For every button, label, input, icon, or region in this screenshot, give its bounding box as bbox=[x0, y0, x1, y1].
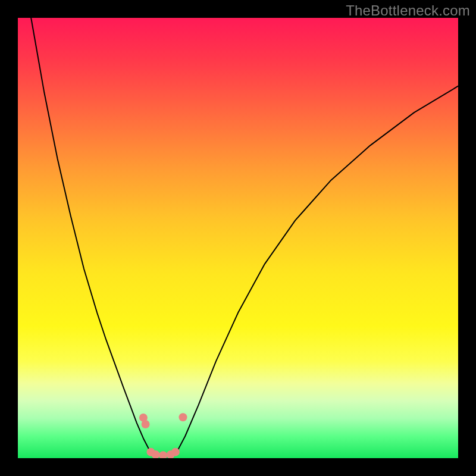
plot-area bbox=[18, 18, 458, 458]
curve-path bbox=[31, 18, 458, 456]
curve-svg bbox=[18, 18, 458, 458]
curve-markers bbox=[139, 413, 187, 458]
bottleneck-curve bbox=[31, 18, 458, 456]
outer-frame: TheBottleneck.com bbox=[0, 0, 476, 476]
curve-marker bbox=[142, 420, 150, 428]
curve-marker bbox=[171, 448, 180, 456]
watermark-text: TheBottleneck.com bbox=[346, 2, 470, 19]
curve-marker bbox=[179, 413, 187, 421]
curve-marker bbox=[159, 451, 167, 458]
